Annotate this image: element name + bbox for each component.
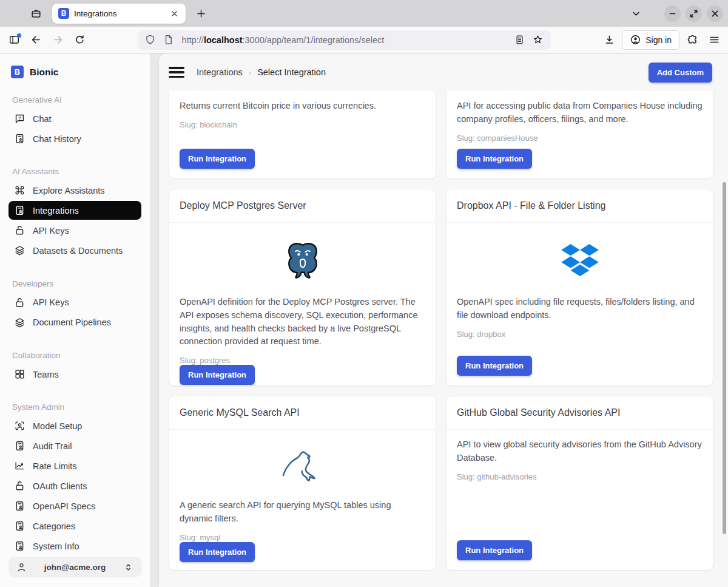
list-all-tabs-button[interactable] xyxy=(627,4,645,22)
postgresql-logo xyxy=(283,237,323,285)
user-account-selector[interactable]: john@acme.org xyxy=(8,557,141,577)
main-panel: Integrations › Select Integration Add Cu… xyxy=(159,53,728,587)
chat-icon: ? xyxy=(14,113,25,124)
browser-tab-integrations[interactable]: B Integrations xyxy=(52,4,186,24)
sidebar-item-chat-history[interactable]: Chat History xyxy=(8,129,141,148)
signin-label: Sign in xyxy=(645,35,672,45)
integration-card-mysql: Generic MySQL Search API A generic searc… xyxy=(169,396,436,571)
toolbox-icon-glyph xyxy=(30,8,42,19)
scrollbar-thumb[interactable] xyxy=(723,182,726,534)
breadcrumb: Integrations › Select Integration xyxy=(197,67,326,77)
run-integration-button[interactable]: Run Integration xyxy=(457,540,532,560)
forward-button[interactable] xyxy=(49,31,67,49)
dropbox-logo xyxy=(561,237,599,285)
sidebar-item-system-info[interactable]: System Info xyxy=(8,537,141,555)
restore-icon xyxy=(688,8,699,19)
svg-text:?: ? xyxy=(18,115,21,121)
url-bar[interactable]: http://localhost:3000/app/team/1/integra… xyxy=(138,30,551,50)
run-integration-button[interactable]: Run Integration xyxy=(457,149,532,169)
browser-window: B Integrations http://localhost:3000/app… xyxy=(0,0,728,587)
tab-bar: B Integrations xyxy=(0,0,728,27)
layers-icon xyxy=(14,245,25,256)
tab-close-icon[interactable] xyxy=(167,7,181,20)
sidebar-item-teams[interactable]: Teams xyxy=(8,365,141,384)
sidebar: B Bionic Generative AI ? Chat Chat Histo… xyxy=(0,53,150,587)
back-button[interactable] xyxy=(27,31,45,49)
toolbox-icon[interactable] xyxy=(27,4,45,22)
document-icon xyxy=(14,520,25,532)
run-integration-button[interactable]: Run Integration xyxy=(180,365,255,385)
site-info-icon[interactable] xyxy=(161,33,176,47)
page-icon xyxy=(163,34,174,46)
sidebar-item-label: OAuth Clients xyxy=(33,481,87,491)
person-scan-icon xyxy=(14,420,25,432)
sidebar-item-oauth-clients[interactable]: OAuth Clients xyxy=(8,477,141,495)
card-slug: Slug: github-advisories xyxy=(457,472,537,481)
url-text[interactable]: http://localhost:3000/app/team/1/integra… xyxy=(182,35,508,45)
card-title: Generic MySQL Search API xyxy=(180,407,425,418)
sidebar-item-datasets-documents[interactable]: Datasets & Documents xyxy=(8,241,141,260)
sidebar-item-document-pipelines[interactable]: Document Pipelines xyxy=(8,313,141,332)
card-description: API for accessing public data from Compa… xyxy=(457,100,703,126)
page-header: Integrations › Select Integration Add Cu… xyxy=(159,53,728,91)
sidebar-toggle-button[interactable] xyxy=(169,66,184,79)
grid-icon xyxy=(14,368,25,380)
chevron-updown-icon xyxy=(123,562,134,573)
sidebar-item-audit-trail[interactable]: Audit Trail xyxy=(8,436,141,455)
sidebar-item-api-keys[interactable]: API Keys xyxy=(8,221,141,240)
add-custom-button[interactable]: Add Custom xyxy=(649,63,712,83)
section-label-system-admin: System Admin xyxy=(12,402,138,412)
sidebar-item-chat[interactable]: ? Chat xyxy=(8,109,141,128)
sidebar-item-label: OpenAPI Specs xyxy=(33,501,95,511)
sidebar-item-dev-api-keys[interactable]: API Keys xyxy=(8,293,141,312)
account-icon xyxy=(630,34,641,46)
reload-button[interactable] xyxy=(70,31,89,49)
breadcrumb-integrations[interactable]: Integrations xyxy=(197,67,243,77)
breadcrumb-separator-icon: › xyxy=(249,68,251,77)
shield-icon-glyph xyxy=(144,34,156,46)
signin-button[interactable]: Sign in xyxy=(622,30,679,50)
close-icon xyxy=(709,8,721,19)
downloads-button[interactable] xyxy=(600,31,618,49)
sidebar-item-explore-assistants[interactable]: Explore Assistants xyxy=(8,181,141,200)
unlock-icon xyxy=(14,225,25,236)
document-icon xyxy=(14,205,25,216)
run-integration-button[interactable]: Run Integration xyxy=(457,356,532,376)
window-minimize-button[interactable] xyxy=(664,5,681,22)
sidebar-item-label: API Keys xyxy=(33,226,69,236)
sidebar-item-openapi-specs[interactable]: OpenAPI Specs xyxy=(8,497,141,515)
shield-icon[interactable] xyxy=(143,33,158,47)
reader-mode-icon xyxy=(514,34,525,46)
sidebar-item-categories[interactable]: Categories xyxy=(8,517,141,535)
window-restore-button[interactable] xyxy=(686,5,702,22)
card-slug: Slug: blockchain xyxy=(180,120,237,129)
run-integration-button[interactable]: Run Integration xyxy=(180,542,255,562)
card-description: API to view global security advisories f… xyxy=(457,438,703,465)
sidebar-item-model-setup[interactable]: Model Setup xyxy=(8,416,141,435)
sidebar-item-rate-limits[interactable]: Rate Limits xyxy=(8,456,141,475)
brand: B Bionic xyxy=(8,61,141,81)
sidebar-item-label: Rate Limits xyxy=(33,461,77,471)
sidebar-item-label: Chat xyxy=(33,114,52,124)
reader-mode-button[interactable] xyxy=(512,32,528,48)
card-title: Deploy MCP Postgres Server xyxy=(180,200,425,211)
bookmark-star-button[interactable] xyxy=(530,32,546,48)
window-close-button[interactable] xyxy=(707,5,723,22)
sidebar-item-label: System Info xyxy=(33,541,79,551)
mysql-logo xyxy=(275,444,331,488)
unlock-icon xyxy=(14,480,25,492)
firefox-view-button[interactable] xyxy=(5,31,23,49)
card-description: OpenAPI spec including file requests, fi… xyxy=(457,296,703,322)
extensions-button[interactable] xyxy=(683,31,701,49)
sidebar-item-label: Categories xyxy=(33,521,75,531)
tab-title: Integrations xyxy=(74,9,163,18)
new-tab-button[interactable] xyxy=(192,4,210,22)
sidebar-item-integrations[interactable]: Integrations xyxy=(8,201,141,220)
person-icon xyxy=(16,562,27,573)
sidebar-item-label: Explore Assistants xyxy=(33,186,104,195)
run-integration-button[interactable]: Run Integration xyxy=(180,149,255,169)
app-menu-button[interactable] xyxy=(705,31,723,49)
section-label-ai-assistants: AI Assistants xyxy=(12,167,138,176)
card-title: GitHub Global Security Advisories API xyxy=(457,407,703,418)
command-icon xyxy=(14,185,25,196)
